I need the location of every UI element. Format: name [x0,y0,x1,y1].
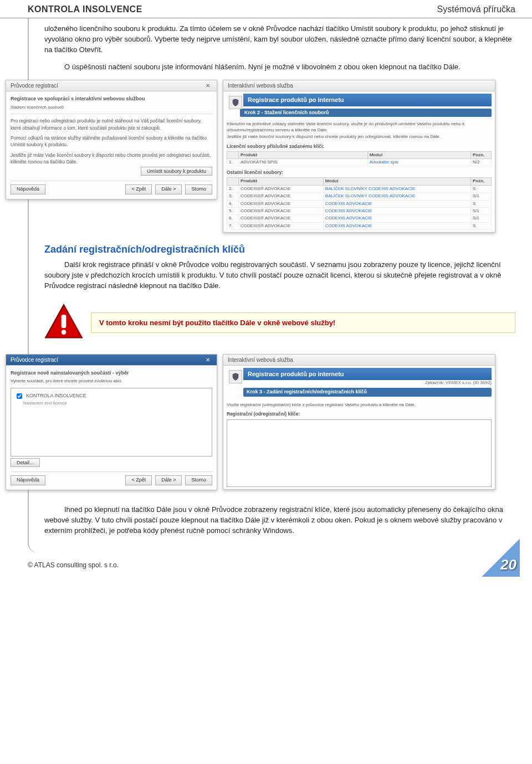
cancel-button[interactable]: Storno [185,475,212,485]
table-row[interactable]: 5.CODEXIS® ADVOKACIECODEXIS ADVOKACIES/1 [227,207,492,214]
license-table-1: Produkt Modul Pozn. 1. ADVOKÁTNÍ SPIS Ad… [227,151,492,167]
table-row[interactable]: 3.CODEXIS® ADVOKACIEBALÍČEK SLOVNÍKY COD… [227,193,492,200]
web-window-1: Interaktivní webová služba Registrace pr… [223,80,495,233]
figure-row-1: Průvodce registrací ✕ Registrace ve spol… [6,80,515,233]
wizard1-subtitle: Registrace ve spolupráci s interaktivní … [11,96,212,102]
wizard1-subtitle2: Stažení licenčních souborů [11,105,212,110]
help-button[interactable]: Nápověda [11,475,45,485]
table-row[interactable]: 4.CODEXIS® ADVOKACIECODEXIS ADVOKACIES [227,200,492,207]
wizard2-title: Průvodce registrací [11,356,58,363]
th-pozn: Pozn. [471,151,492,158]
web2-heading: Registrace produktů po internetu [243,368,492,380]
web-window-2: Interaktivní webová služba Registrace pr… [223,354,495,490]
component-listbox[interactable]: KONTROLA INSOLVENCE Nastavení end licenc… [11,388,212,457]
paragraph-2: O úspěšnosti načtení souboru jste inform… [44,62,515,73]
page-number: 20 [500,556,516,573]
wizard-window-1: Průvodce registrací ✕ Registrace ve spol… [6,80,217,199]
table-row[interactable]: 6.CODEXIS® ADVOKACIECODEXIS ADVOKACIES/1 [227,215,492,222]
warning-icon [44,302,83,343]
next-button[interactable]: Dále > [155,184,182,194]
checkbox-input[interactable] [17,393,22,399]
web1-text2: Jestliže již máte licenční soubory k dis… [227,134,492,140]
section-heading: Zadání registračních/odregistračních klí… [44,244,515,255]
wizard2-subtitle: Registrace nově nainstalovaných součástí… [11,370,212,377]
checkbox-sublabel: Nastavení end licence [23,401,208,406]
figure-row-2: Průvodce registrací ✕ Registrace nově na… [6,354,515,490]
back-button[interactable]: < Zpět [125,184,152,194]
shield-icon [229,96,242,109]
web2-step: Krok 3 - Zadání registračních/odregistra… [243,388,492,397]
header-left: KONTROLA INSOLVENCE [28,4,142,14]
web1-step: Krok 2 - Stažení licenčních souborů [240,109,492,117]
shield-icon [229,370,242,383]
cancel-button[interactable]: Storno [185,184,212,194]
svg-point-2 [62,330,66,335]
web2-text: Vložte registrační (odregistrační) klíče… [227,402,492,408]
th-produkt: Produkt [239,151,368,158]
keys-textbox[interactable] [227,419,492,487]
close-icon[interactable]: ✕ [203,356,212,363]
web1-cap1: Licenční soubory příslušné zadanému klíč… [227,143,492,150]
help-button[interactable]: Nápověda [11,184,45,194]
table-row[interactable]: 1. ADVOKÁTNÍ SPIS Advokátní spis N/2 [227,158,492,166]
footer-text: © ATLAS consulting spol. s r.o. [28,561,119,569]
web2-cap: Registrační (odregistrační) klíče: [227,411,492,417]
customer-label: Zákazník: VEMEX s.r.o. (ID 3692) [227,380,492,386]
component-checkbox[interactable]: KONTROLA INSOLVENCE [14,392,208,401]
wizard1-text3: Jestliže již máte Vaše licenční soubory … [11,152,212,166]
warning-box: V tomto kroku nesmí být použito tlačítko… [91,312,515,333]
table-row[interactable]: 2.CODEXIS® ADVOKACIEBALÍČEK SLOVNÍKY COD… [227,185,492,192]
web1-title: Interaktivní webová služba [228,82,293,89]
wizard1-text2: Pomocí odkazů na stránce služby stáhněte… [11,135,212,148]
wizard1-text1: Pro registraci nebo odregistraci produkt… [11,117,212,131]
next-button[interactable]: Dále > [155,475,182,485]
checkbox-label: KONTROLA INSOLVENCE [26,393,86,399]
detail-button[interactable]: Detail... [11,458,40,467]
header-right: Systémová příručka [437,4,515,14]
wizard1-title: Průvodce registrací [11,82,58,89]
th-modul: Modul [367,151,470,158]
paragraph-3: Další krok registrace přináší v okně Prů… [44,260,515,291]
paragraph-4: Ihned po klepnutí na tlačítko Dále jsou … [44,505,515,536]
web1-text1: Kliknutím na jednotlivé odkazy stáhněte … [227,121,492,133]
web2-title: Interaktivní webová služba [228,356,293,363]
place-files-button[interactable]: Umístit soubory k produktu [141,167,212,176]
close-icon[interactable]: ✕ [203,82,212,89]
web1-cap2: Ostatní licenční soubory: [227,170,492,176]
wizard2-subtitle2: Vyberte součásti, pro které chcete prové… [11,378,212,384]
svg-rect-1 [62,315,66,328]
paragraph-1: uloženého licenčního souboru k produktu.… [44,24,515,55]
wizard-window-2: Průvodce registrací ✕ Registrace nově na… [6,354,217,490]
web1-heading: Registrace produktů po internetu [243,94,492,106]
table-row[interactable]: 7.CODEXIS® ADVOKACIECODEXIS ADVOKACIES [227,222,492,229]
page-number-badge: 20 [482,539,520,577]
back-button[interactable]: < Zpět [125,475,152,485]
license-table-2: Produkt Modul Pozn. 2.CODEXIS® ADVOKACIE… [227,177,492,230]
